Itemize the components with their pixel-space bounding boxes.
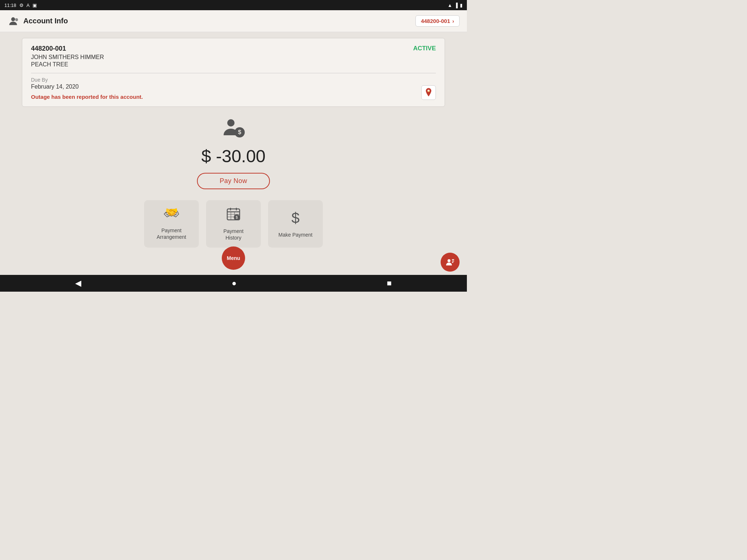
recent-button[interactable]: ■ xyxy=(376,276,403,291)
balance-amount: $ -30.00 xyxy=(201,146,266,166)
battery-icon: ▮ xyxy=(460,3,462,8)
wifi-icon: ▲ xyxy=(448,3,452,8)
accessibility-icon: A xyxy=(27,3,30,8)
settings-icon: ⚙ xyxy=(19,3,24,8)
due-date: February 14, 2020 xyxy=(31,83,436,90)
outage-map-icon-button[interactable]: ⚡ xyxy=(421,85,436,100)
payment-history-label: PaymentHistory xyxy=(223,228,243,241)
svg-text:i: i xyxy=(15,19,16,21)
app-bar-left: i Account Info xyxy=(7,15,68,27)
svg-text:$: $ xyxy=(236,215,238,219)
dollar-icon: $ xyxy=(288,210,303,228)
status-bar: 11:18 ⚙ A ▣ ▲ ▐ ▮ xyxy=(0,0,467,10)
svg-text:$: $ xyxy=(238,129,241,135)
person-dollar-icon: $ xyxy=(221,118,246,140)
nav-bar: ◀ ● ■ xyxy=(0,275,467,292)
due-label: Due By xyxy=(31,77,436,83)
handshake-svg: 🤝 xyxy=(163,207,179,221)
app-bar: i Account Info 448200-001 › xyxy=(0,10,467,32)
contact-fab-button[interactable] xyxy=(441,253,460,272)
page-title: Account Info xyxy=(23,17,68,25)
status-left: 11:18 ⚙ A ▣ xyxy=(4,3,37,8)
status-right: ▲ ▐ ▮ xyxy=(448,3,462,8)
chevron-right-icon: › xyxy=(452,18,454,24)
back-button[interactable]: ◀ xyxy=(64,276,92,291)
contacts-icon xyxy=(445,257,455,267)
svg-point-20 xyxy=(448,259,450,262)
account-name: JOHN SMITHERS HIMMER xyxy=(31,54,436,61)
svg-text:⚡: ⚡ xyxy=(427,90,430,93)
calendar-dollar-svg: $ xyxy=(226,207,241,221)
home-button[interactable]: ● xyxy=(221,276,247,291)
account-person-icon: i xyxy=(7,15,19,27)
svg-point-5 xyxy=(227,119,235,127)
action-tiles: 🤝 PaymentArrangement xyxy=(22,200,445,248)
outage-warning: Outage has been reported for this accoun… xyxy=(31,94,436,100)
balance-section: $ $ -30.00 Pay Now xyxy=(22,118,445,189)
pay-now-button[interactable]: Pay Now xyxy=(197,173,270,189)
main-content: 448200-001 ACTIVE JOHN SMITHERS HIMMER P… xyxy=(0,32,467,258)
handshake-icon: 🤝 xyxy=(163,207,179,223)
calendar-dollar-icon: $ xyxy=(226,207,241,224)
divider xyxy=(31,73,436,73)
make-payment-tile[interactable]: $ Make Payment xyxy=(268,200,323,248)
menu-fab-button[interactable]: Menu xyxy=(222,246,245,270)
map-pin-icon: ⚡ xyxy=(424,88,433,98)
svg-text:$: $ xyxy=(291,210,299,225)
account-chip-button[interactable]: 448200-001 › xyxy=(415,15,460,27)
time-display: 11:18 xyxy=(4,3,16,8)
payment-arrangement-tile[interactable]: 🤝 PaymentArrangement xyxy=(144,200,199,248)
account-chip-label: 448200-001 xyxy=(421,18,450,24)
account-card: 448200-001 ACTIVE JOHN SMITHERS HIMMER P… xyxy=(22,38,445,107)
status-badge: ACTIVE xyxy=(413,45,436,52)
sim-icon: ▣ xyxy=(32,3,37,8)
account-number: 448200-001 xyxy=(31,45,436,52)
make-payment-label: Make Payment xyxy=(278,232,312,238)
dollar-svg: $ xyxy=(288,210,303,225)
signal-icon: ▐ xyxy=(454,3,458,8)
payment-history-tile[interactable]: $ PaymentHistory xyxy=(206,200,261,248)
balance-icon: $ xyxy=(221,118,246,144)
svg-point-0 xyxy=(11,17,15,21)
account-location: PEACH TREE xyxy=(31,61,436,68)
svg-text:🤝: 🤝 xyxy=(165,207,178,218)
payment-arrangement-label: PaymentArrangement xyxy=(157,227,186,240)
